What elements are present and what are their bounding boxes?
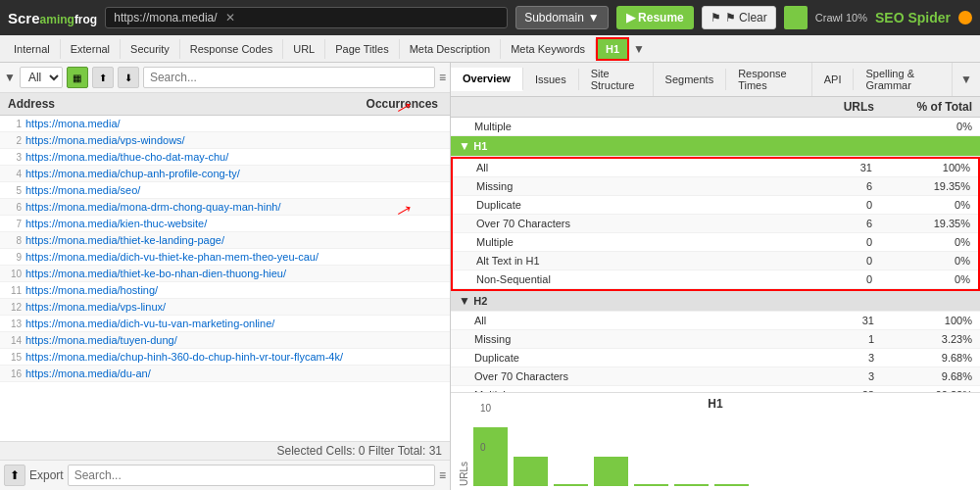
chart-bar (514, 457, 548, 486)
table-row[interactable]: Non-Sequential 0 0% (453, 270, 978, 289)
tab-response-times[interactable]: Response Times (726, 63, 812, 96)
list-item[interactable]: 4 https://mona.media/chup-anh-profile-co… (0, 166, 450, 182)
address-column-header: Address (4, 95, 359, 113)
close-icon[interactable]: ✕ (225, 11, 235, 24)
bottom-search-input[interactable] (68, 465, 435, 486)
url-link[interactable]: https://mona.media/thue-cho-dat-may-chu/ (25, 151, 446, 163)
url-link[interactable]: https://mona.media/du-an/ (25, 368, 446, 379)
table-row[interactable]: All 31 100% (453, 159, 978, 177)
upload-icon: ⬆ (99, 73, 107, 83)
url-link[interactable]: https://mona.media/mona-drm-chong-quay-m… (25, 201, 446, 213)
bottom-filter-icon: ≡ (439, 468, 446, 482)
list-item[interactable]: 9 https://mona.media/dich-vu-thiet-ke-ph… (0, 249, 450, 266)
list-item[interactable]: 10 https://mona.media/thiet-ke-bo-nhan-d… (0, 266, 450, 282)
nav-page-titles[interactable]: Page Titles (325, 39, 399, 59)
nav-h1[interactable]: H1 (596, 37, 629, 61)
chart-area: H1 URLs 10 0 (451, 392, 980, 490)
h2-section-row[interactable]: ▼ H2 (451, 291, 980, 312)
export-bottom-button[interactable]: ⬆ (4, 465, 25, 486)
list-item[interactable]: 16 https://mona.media/du-an/ (0, 366, 450, 382)
chart-title: H1 (708, 397, 722, 411)
table-row[interactable]: Duplicate 0 0% (453, 196, 978, 215)
tab-issues[interactable]: Issues (523, 69, 579, 90)
table-row[interactable]: All 31 100% (451, 312, 980, 330)
nav-internal[interactable]: Internal (4, 39, 61, 59)
flag-icon: ⚑ (710, 11, 721, 24)
list-item[interactable]: 6 https://mona.media/mona-drm-chong-quay… (0, 199, 450, 216)
row-urls: 6 (802, 177, 880, 195)
url-link[interactable]: https://mona.media/thiet-ke-bo-nhan-dien… (25, 268, 446, 279)
row-urls: 3 (804, 349, 882, 367)
list-item[interactable]: 5 https://mona.media/seo/ (0, 182, 450, 199)
list-item[interactable]: 14 https://mona.media/tuyen-dung/ (0, 332, 450, 349)
h2-urls (804, 298, 882, 304)
tab-site-structure[interactable]: Site Structure (579, 63, 654, 96)
list-item[interactable]: 11 https://mona.media/hosting/ (0, 282, 450, 299)
nav-security[interactable]: Security (121, 39, 180, 59)
nav-dropdown-arrow[interactable]: ▼ (629, 38, 649, 60)
url-link[interactable]: https://mona.media/hosting/ (25, 284, 446, 296)
url-link[interactable]: https://mona.media/seo/ (25, 184, 446, 196)
url-link[interactable]: https://mona.media/kien-thuc-website/ (25, 218, 446, 229)
list-item[interactable]: 7 https://mona.media/kien-thuc-website/ (0, 216, 450, 232)
search-input[interactable] (143, 67, 435, 88)
chart-bar (554, 484, 588, 486)
url-link[interactable]: https://mona.media/dich-vu-thiet-ke-phan… (25, 251, 446, 263)
row-pct: 0% (882, 118, 980, 135)
url-link[interactable]: https://mona.media/vps-windows/ (25, 134, 446, 146)
resume-button[interactable]: ▶ Resume (616, 6, 694, 29)
list-item[interactable]: 2 https://mona.media/vps-windows/ (0, 132, 450, 149)
nav-external[interactable]: External (61, 39, 121, 59)
clear-label: ⚑ Clear (725, 11, 767, 24)
url-link[interactable]: https://mona.media/tuyen-dung/ (25, 334, 446, 346)
nav-bar: Internal External Security Response Code… (0, 35, 980, 63)
h1-pct (882, 143, 980, 149)
url-link[interactable]: https://mona.media/thiet-ke-landing-page… (25, 234, 446, 246)
export-icon-button[interactable]: ⬆ (92, 67, 114, 88)
nav-response-codes[interactable]: Response Codes (180, 39, 283, 59)
url-link[interactable]: https://mona.media/ (25, 118, 446, 129)
row-urls (804, 123, 882, 129)
table-row[interactable]: Over 70 Characters 3 9.68% (451, 368, 980, 386)
tab-overview[interactable]: Overview (451, 68, 523, 91)
upload-button[interactable]: ⬇ (118, 67, 139, 88)
table-row[interactable]: Duplicate 3 9.68% (451, 349, 980, 368)
tab-segments[interactable]: Segments (654, 69, 727, 90)
table-row[interactable]: Missing 1 3.23% (451, 330, 980, 349)
clear-button[interactable]: ⚑ ⚑ Clear (702, 6, 776, 29)
table-row[interactable]: Multiple 0% (451, 118, 980, 136)
nav-url[interactable]: URL (283, 39, 325, 59)
tab-bar: Overview Issues Site Structure Segments … (451, 63, 980, 97)
list-item[interactable]: 3 https://mona.media/thue-cho-dat-may-ch… (0, 149, 450, 166)
grid-view-button[interactable]: ▦ (67, 67, 88, 88)
table-row[interactable]: Missing 6 19.35% (453, 177, 978, 196)
list-item[interactable]: 1 https://mona.media/ (0, 116, 450, 132)
table-row[interactable]: Over 70 Characters 6 19.35% (453, 215, 978, 233)
h1-detail-group: All 31 100% Missing 6 19.35% Duplicate 0… (451, 157, 980, 291)
list-item[interactable]: 12 https://mona.media/vps-linux/ (0, 299, 450, 316)
chart-bar (594, 457, 628, 486)
url-link[interactable]: https://mona.media/vps-linux/ (25, 301, 446, 313)
chevron-down-icon: ▼ (588, 11, 600, 24)
urls-column-header: URLs (804, 97, 882, 117)
list-item[interactable]: 13 https://mona.media/dich-vu-tu-van-mar… (0, 316, 450, 332)
list-item[interactable]: 15 https://mona.media/chup-hinh-360-do-c… (0, 349, 450, 366)
nav-meta-description[interactable]: Meta Description (400, 39, 502, 59)
tab-api[interactable]: API (812, 69, 855, 90)
nav-meta-keywords[interactable]: Meta Keywords (501, 39, 596, 59)
h1-section-row[interactable]: ▼ H1 (451, 136, 980, 157)
subdomain-button[interactable]: Subdomain ▼ (515, 6, 609, 29)
filter-select[interactable]: All (20, 67, 63, 88)
table-row[interactable]: Multiple 0 0% (453, 233, 978, 252)
chart-y-axis-label: URLs (459, 462, 469, 486)
main-content: ▼ All ▦ ⬆ ⬇ ≡ Address Occurrences 1 (0, 63, 980, 490)
export-label: Export (29, 468, 64, 482)
tab-spelling-grammar[interactable]: Spelling & Grammar (854, 63, 953, 96)
tab-overflow-arrow[interactable]: ▼ (953, 69, 980, 90)
url-link[interactable]: https://mona.media/chup-anh-profile-cong… (25, 168, 446, 179)
url-link[interactable]: https://mona.media/dich-vu-tu-van-market… (25, 318, 446, 329)
list-item[interactable]: 8 https://mona.media/thiet-ke-landing-pa… (0, 232, 450, 249)
url-link[interactable]: https://mona.media/chup-hinh-360-do-chup… (25, 351, 446, 363)
table-row[interactable]: Alt Text in H1 0 0% (453, 252, 978, 270)
row-label: Multiple (451, 118, 804, 135)
